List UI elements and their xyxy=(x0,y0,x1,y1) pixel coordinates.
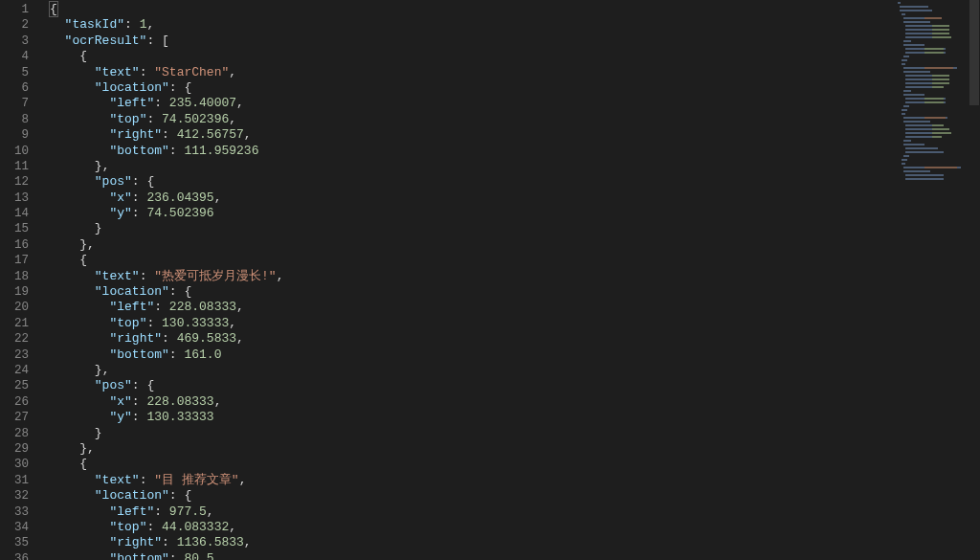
code-line[interactable]: }, xyxy=(50,441,896,457)
code-line[interactable]: "top": 44.083332, xyxy=(50,520,896,535)
token-punc: , xyxy=(229,316,236,330)
code-line[interactable]: "location": { xyxy=(50,488,896,504)
code-line[interactable]: "y": 74.502396 xyxy=(50,206,896,221)
code-line[interactable]: "taskId": 1, xyxy=(50,17,896,33)
code-line[interactable]: }, xyxy=(50,237,896,253)
token-brace: } xyxy=(95,426,102,440)
line-number: 22 xyxy=(0,331,29,347)
token-str: "StarChen" xyxy=(154,65,229,79)
code-line[interactable]: "right": 1136.5833, xyxy=(50,535,896,550)
code-line[interactable]: "bottom": 111.959236 xyxy=(50,144,896,159)
code-line[interactable]: "location": { xyxy=(50,80,896,96)
code-line[interactable]: "pos": { xyxy=(50,378,896,393)
token-key: "pos" xyxy=(95,174,132,189)
line-number: 27 xyxy=(0,410,29,425)
token-num: 80.5 xyxy=(184,551,213,560)
token-punc: , xyxy=(244,127,252,142)
token-punc: , xyxy=(102,159,110,173)
code-line[interactable]: "right": 412.56757, xyxy=(50,127,896,143)
svg-rect-39 xyxy=(905,151,944,153)
token-punc: , xyxy=(236,300,244,314)
code-line[interactable]: "pos": { xyxy=(50,174,896,190)
line-number: 36 xyxy=(0,551,29,560)
token-brace: { xyxy=(184,284,191,299)
code-line[interactable]: "ocrResult": [ xyxy=(50,34,896,49)
token-key: "y" xyxy=(109,410,131,424)
minimap[interactable] xyxy=(896,0,980,560)
token-ws xyxy=(50,426,95,440)
code-line[interactable]: "x": 228.08333, xyxy=(50,394,896,410)
token-punc: : xyxy=(146,316,162,330)
code-line[interactable]: "left": 228.08333, xyxy=(50,300,896,315)
code-line[interactable]: "bottom": 80.5, xyxy=(50,551,896,560)
token-punc: , xyxy=(87,237,95,252)
token-punc: : xyxy=(154,504,169,519)
code-line[interactable]: { xyxy=(50,253,896,268)
code-line[interactable]: "left": 235.40007, xyxy=(50,96,896,111)
token-key: "ocrResult" xyxy=(65,34,147,48)
code-line[interactable]: }, xyxy=(50,363,896,378)
svg-rect-24 xyxy=(903,94,924,96)
token-ws xyxy=(50,457,79,471)
vertical-scrollbar[interactable] xyxy=(969,0,980,560)
svg-rect-16 xyxy=(902,63,905,65)
token-ws xyxy=(50,269,95,283)
code-line[interactable]: "text": "热爱可抵岁月漫长!", xyxy=(50,269,896,284)
svg-rect-53 xyxy=(932,33,949,34)
code-line[interactable]: "bottom": 161.0 xyxy=(50,347,896,363)
code-line[interactable]: "left": 977.5, xyxy=(50,504,896,520)
svg-rect-63 xyxy=(932,124,944,126)
code-line[interactable]: "text": "目 推荐文章", xyxy=(50,473,896,488)
token-punc: , xyxy=(146,17,154,32)
code-line[interactable]: { xyxy=(50,2,896,17)
line-number: 17 xyxy=(0,253,29,268)
token-key: "top" xyxy=(109,520,146,534)
svg-rect-3 xyxy=(902,13,905,15)
token-key: "right" xyxy=(109,331,162,346)
svg-rect-2 xyxy=(900,10,932,11)
token-ws xyxy=(50,284,95,299)
code-line[interactable]: "y": 130.33333 xyxy=(50,410,896,425)
code-line[interactable]: } xyxy=(50,426,896,441)
token-num: 74.502396 xyxy=(162,112,229,126)
code-line[interactable]: "text": "StarChen", xyxy=(50,65,896,80)
token-ws xyxy=(50,551,109,560)
token-punc: : xyxy=(132,190,147,205)
token-ws xyxy=(50,127,109,142)
token-str: "热爱可抵岁月漫长!" xyxy=(154,269,276,283)
token-brace: { xyxy=(146,378,154,392)
token-key: "y" xyxy=(109,206,131,220)
token-punc: : xyxy=(169,284,185,299)
code-line[interactable]: } xyxy=(50,221,896,236)
code-line[interactable]: "x": 236.04395, xyxy=(50,190,896,206)
line-number: 11 xyxy=(0,159,29,174)
token-key: "left" xyxy=(109,300,154,314)
code-line[interactable]: "top": 74.502396, xyxy=(50,112,896,127)
line-number: 18 xyxy=(0,269,29,284)
token-str: "目 推荐文章" xyxy=(154,473,238,487)
line-number: 30 xyxy=(0,457,29,472)
token-punc: : xyxy=(169,551,185,560)
token-ws xyxy=(50,535,109,549)
code-line[interactable]: "top": 130.33333, xyxy=(50,316,896,331)
scrollbar-thumb[interactable] xyxy=(969,0,979,105)
code-line[interactable]: "right": 469.5833, xyxy=(50,331,896,347)
code-line[interactable]: "location": { xyxy=(50,284,896,300)
token-key: "right" xyxy=(109,535,162,549)
svg-rect-41 xyxy=(902,159,907,161)
code-line[interactable]: }, xyxy=(50,159,896,174)
svg-rect-28 xyxy=(902,109,907,111)
code-area[interactable]: { "taskId": 1, "ocrResult": [ { "text": … xyxy=(42,0,896,560)
svg-rect-11 xyxy=(903,44,924,46)
token-punc: : xyxy=(146,112,162,126)
line-number: 28 xyxy=(0,426,29,441)
code-line[interactable]: { xyxy=(50,457,896,472)
line-number: 7 xyxy=(0,96,29,111)
code-line[interactable]: { xyxy=(50,49,896,64)
code-editor[interactable]: 1234567891011121314151617181920212223242… xyxy=(0,0,980,560)
token-num: 235.40007 xyxy=(169,96,236,110)
line-number: 2 xyxy=(0,17,29,33)
svg-rect-49 xyxy=(924,117,946,119)
token-num: 74.502396 xyxy=(146,206,213,220)
line-number-gutter: 1234567891011121314151617181920212223242… xyxy=(0,0,42,560)
